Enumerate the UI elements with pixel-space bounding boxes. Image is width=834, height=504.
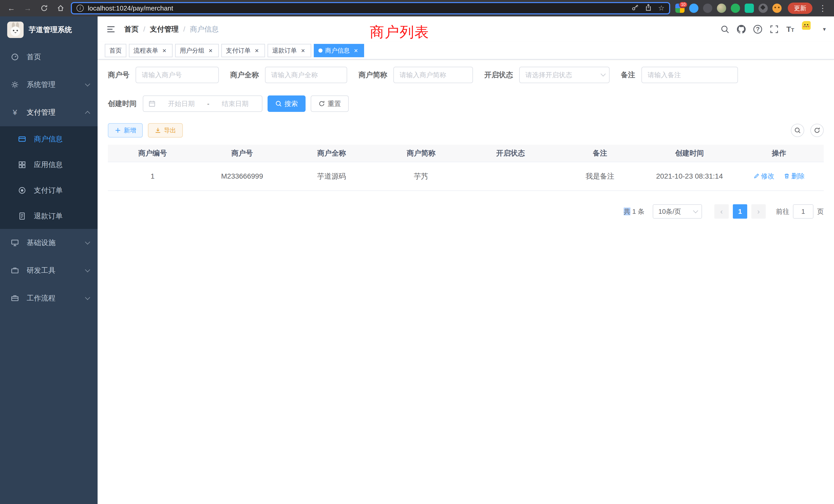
dashboard-icon [10, 53, 20, 61]
user-avatar[interactable] [802, 21, 818, 38]
search-icon [794, 127, 801, 134]
page: ← → i localhost:1024/pay/merchant ☆ 10 [0, 0, 834, 504]
chevron-down-icon [85, 239, 90, 245]
reset-button[interactable]: 重置 [311, 95, 349, 112]
tab-merchant-info[interactable]: 商户信息 × [314, 44, 364, 57]
download-icon [155, 127, 161, 134]
extensions-grid-icon[interactable]: 10 [675, 4, 684, 13]
browser-back-icon[interactable]: ← [5, 2, 18, 14]
search-button[interactable]: 搜索 [267, 95, 306, 112]
extension-blue-icon[interactable] [689, 4, 698, 13]
search-icon [275, 100, 282, 107]
close-icon[interactable]: × [300, 47, 307, 54]
address-bar[interactable]: i localhost:1024/pay/merchant ☆ [71, 2, 670, 14]
sidebar-item-label: 研发工具 [27, 266, 56, 275]
sidebar-item-system[interactable]: 系统管理 [0, 71, 97, 98]
bookmark-star-icon[interactable]: ☆ [658, 5, 664, 12]
page-number-button[interactable]: 1 [733, 204, 747, 219]
caret-down-icon[interactable]: ▾ [823, 26, 826, 32]
show-search-toggle-button[interactable] [791, 124, 804, 137]
breadcrumb-home[interactable]: 首页 [124, 24, 139, 34]
sidebar-item-dev-tools[interactable]: 研发工具 [0, 257, 97, 284]
browser-home-icon[interactable] [54, 2, 67, 14]
add-button[interactable]: 新增 [108, 123, 143, 138]
hamburger-icon[interactable] [106, 24, 116, 35]
extension-face-icon[interactable] [772, 4, 782, 13]
close-icon[interactable]: × [352, 47, 359, 54]
date-start-placeholder: 开始日期 [160, 99, 203, 108]
close-icon[interactable]: × [161, 47, 168, 54]
close-icon[interactable]: × [253, 47, 260, 54]
breadcrumb-merchant: 商户信息 [190, 24, 219, 34]
chevron-down-icon [85, 267, 90, 272]
extension-pin-icon[interactable] [759, 4, 768, 13]
sidebar-item-label: 支付管理 [27, 108, 56, 117]
password-key-icon[interactable] [631, 4, 639, 13]
grid-icon [18, 161, 27, 169]
extension-square-icon[interactable] [745, 4, 754, 13]
sidebar-item-payment[interactable]: ¥ 支付管理 [0, 98, 97, 126]
app-title: 芋道管理系统 [29, 25, 72, 35]
chevron-down-icon [600, 71, 606, 76]
extension-green-icon[interactable] [731, 4, 740, 13]
cell-create-time: 2021-10-23 08:31:14 [645, 172, 734, 180]
sidebar-item-refund-orders[interactable]: 退款订单 [0, 203, 97, 229]
fullscreen-icon[interactable] [770, 25, 778, 33]
browser-menu-icon[interactable]: ⋮ [816, 2, 829, 14]
sidebar-item-label: 基础设施 [27, 238, 56, 248]
font-size-icon[interactable]: TT [786, 25, 794, 33]
status-select[interactable]: 请选择开启状态 [519, 67, 610, 83]
remark-input[interactable] [641, 67, 738, 83]
tab-refund-orders[interactable]: 退款订单 × [267, 44, 311, 57]
next-page-button[interactable]: › [751, 204, 766, 219]
col-header: 开启状态 [466, 148, 555, 158]
extension-avatar-icon[interactable] [717, 4, 726, 13]
goto-page-input[interactable] [793, 204, 813, 219]
short-name-input[interactable] [393, 67, 473, 83]
sidebar-item-infra[interactable]: 基础设施 [0, 229, 97, 257]
export-button[interactable]: 导出 [148, 123, 183, 138]
app-logo[interactable]: 芋道管理系统 [0, 17, 97, 43]
logo-rabbit-icon [7, 22, 24, 38]
main-area: 首页 / 支付管理 / 商户信息 商户列表 ? [97, 17, 834, 504]
sidebar-item-pay-orders[interactable]: 支付订单 [0, 178, 97, 203]
sidebar-item-label: 支付订单 [34, 186, 63, 195]
col-header: 备注 [555, 148, 645, 158]
sidebar-item-home[interactable]: 首页 [0, 43, 97, 71]
tab-home[interactable]: 首页 [105, 44, 126, 57]
share-icon[interactable] [645, 4, 652, 13]
merchant-no-input[interactable] [136, 67, 219, 83]
goto-suffix: 页 [817, 207, 824, 216]
pagination: 共 1 条 10条/页 ‹ 1 › 前往 页 [108, 204, 824, 219]
tab-user-group[interactable]: 用户分组 × [175, 44, 219, 57]
prev-page-button[interactable]: ‹ [714, 204, 729, 219]
create-time-range-picker[interactable]: 开始日期 - 结束日期 [143, 95, 262, 112]
browser-forward-icon[interactable]: → [22, 2, 34, 14]
extension-dark-icon[interactable] [703, 4, 712, 13]
breadcrumb-separator: / [183, 25, 185, 33]
tags-view: 首页 流程表单 × 用户分组 × 支付订单 × 退款订单 × [97, 42, 834, 60]
sidebar-item-app-info[interactable]: 应用信息 [0, 152, 97, 178]
sidebar-item-workflow[interactable]: 工作流程 [0, 284, 97, 312]
merchant-no-label: 商户号 [108, 70, 129, 80]
sidebar-item-merchant-info[interactable]: 商户信息 [0, 126, 97, 152]
tab-pay-orders[interactable]: 支付订单 × [221, 44, 265, 57]
search-icon[interactable] [721, 25, 729, 33]
browser-update-button[interactable]: 更新 [788, 3, 812, 14]
app-frame: 芋道管理系统 首页 系统管理 ¥ 支付管理 [0, 17, 834, 504]
sidebar-item-label: 首页 [27, 52, 41, 62]
close-icon[interactable]: × [207, 47, 214, 54]
help-icon[interactable]: ? [753, 25, 762, 33]
site-info-icon[interactable]: i [76, 5, 84, 12]
github-icon[interactable] [737, 25, 746, 33]
tab-process-form[interactable]: 流程表单 × [129, 44, 173, 57]
address-bar-actions: ☆ [631, 4, 664, 13]
sidebar-item-label: 工作流程 [27, 293, 56, 303]
browser-reload-icon[interactable] [38, 2, 50, 14]
refresh-table-button[interactable] [810, 124, 824, 137]
edit-link[interactable]: 修改 [753, 172, 774, 181]
delete-link[interactable]: 删除 [784, 172, 805, 181]
page-size-select[interactable]: 10条/页 [653, 204, 702, 219]
full-name-input[interactable] [265, 67, 347, 83]
breadcrumb-payment[interactable]: 支付管理 [150, 24, 179, 34]
